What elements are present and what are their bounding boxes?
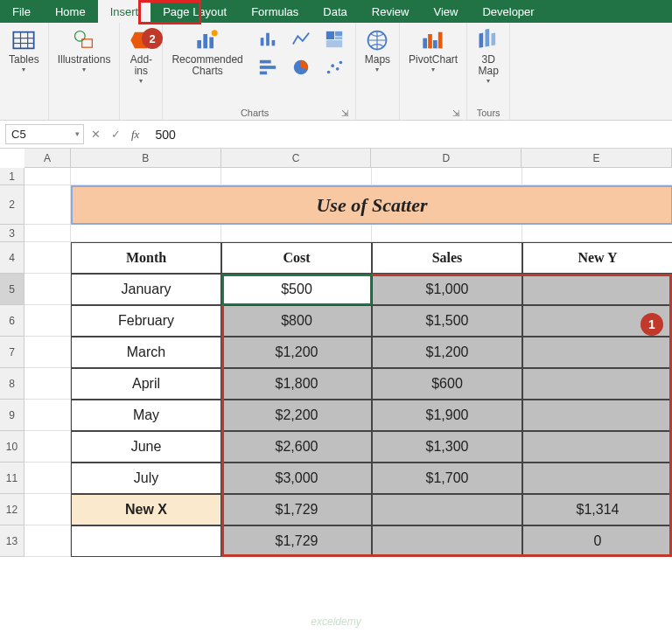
bar-chart-button[interactable] <box>252 54 284 80</box>
cell-month[interactable]: May <box>71 400 221 431</box>
cell-newx-label[interactable]: New X <box>71 494 221 525</box>
cell-sales[interactable]: $1,700 <box>372 463 522 494</box>
tab-view[interactable]: View <box>421 0 470 23</box>
chevron-down-icon: ▾ <box>375 66 379 73</box>
tab-data[interactable]: Data <box>311 0 359 23</box>
tab-home[interactable]: Home <box>43 0 98 23</box>
cell-newx-cost[interactable]: $1,729 <box>221 494 372 525</box>
column-chart-button[interactable] <box>252 26 284 52</box>
row-header[interactable]: 4 <box>0 242 24 274</box>
row-header[interactable]: 12 <box>0 494 24 525</box>
cell-month[interactable]: April <box>71 368 221 400</box>
pie-chart-button[interactable] <box>285 54 317 80</box>
cell-cost[interactable]: $1,200 <box>221 337 372 368</box>
cell-cost[interactable]: $2,200 <box>221 400 372 431</box>
cell-month[interactable]: March <box>71 337 221 368</box>
pivotchart-button[interactable]: PivotChart ▾ <box>405 26 461 75</box>
treemap-chart-button[interactable] <box>318 26 350 52</box>
header-month[interactable]: Month <box>71 242 221 274</box>
cancel-icon[interactable]: ✕ <box>91 128 101 141</box>
3dmap-button[interactable]: 3D Map ▾ <box>472 26 504 87</box>
header-newy[interactable]: New Y <box>522 242 672 274</box>
tab-formulas[interactable]: Formulas <box>239 0 311 23</box>
cell-newy[interactable] <box>522 400 672 431</box>
svg-rect-19 <box>260 66 276 69</box>
illustrations-button[interactable]: Illustrations ▾ <box>54 26 115 75</box>
cell-sales[interactable]: $1,200 <box>372 337 522 368</box>
cell-sales[interactable]: $600 <box>372 368 522 400</box>
row-header[interactable]: 5 <box>0 274 24 305</box>
recommended-charts-button[interactable]: Recommended Charts <box>168 26 246 79</box>
cell-newy[interactable] <box>522 431 672 463</box>
fx-icon[interactable]: fx <box>131 128 139 142</box>
formula-bar: C5 ✕ ✓ fx 500 <box>0 121 672 149</box>
cell-last-newy[interactable]: 0 <box>522 525 672 557</box>
cell-cost[interactable]: $1,800 <box>221 368 372 400</box>
cell-newy[interactable] <box>522 337 672 368</box>
svg-point-22 <box>327 71 331 74</box>
line-chart-button[interactable] <box>285 26 317 52</box>
header-sales[interactable]: Sales <box>372 242 522 274</box>
cell-newx-newy[interactable]: $1,314 <box>522 494 672 525</box>
shapes-icon <box>72 28 96 52</box>
pivotchart-dialog-launcher[interactable]: ⇲ <box>452 108 459 118</box>
cell-cost[interactable]: $3,000 <box>221 463 372 494</box>
cell-month[interactable]: June <box>71 431 221 463</box>
row-header[interactable]: 9 <box>0 400 24 431</box>
cell-newx-sales[interactable] <box>372 494 522 525</box>
charts-dialog-launcher[interactable]: ⇲ <box>341 108 348 118</box>
maps-button[interactable]: Maps ▾ <box>361 26 394 75</box>
row-header[interactable]: 3 <box>0 225 24 242</box>
cell-month[interactable]: July <box>71 463 221 494</box>
cell-newy[interactable] <box>522 274 672 305</box>
tab-pagelayout[interactable]: Page Layout <box>150 0 239 23</box>
row-header[interactable]: 7 <box>0 337 24 368</box>
table-icon <box>11 28 36 52</box>
group-pivotchart: PivotChart ▾ ⇲ <box>400 23 467 120</box>
cell-last-sales[interactable] <box>372 525 522 557</box>
tab-insert[interactable]: Insert <box>98 0 151 23</box>
addins-label: Add- ins <box>130 54 152 77</box>
row-header[interactable]: 8 <box>0 368 24 400</box>
cell-month[interactable]: January <box>71 274 221 305</box>
cell-sales[interactable]: $1,900 <box>372 400 522 431</box>
cell-cost[interactable]: $500 <box>221 274 372 305</box>
cell-month[interactable]: February <box>71 305 221 337</box>
svg-rect-31 <box>480 33 484 48</box>
row-header[interactable]: 10 <box>0 431 24 463</box>
cell-sales[interactable]: $1,300 <box>372 431 522 463</box>
cell-last-month[interactable] <box>71 525 221 557</box>
cell-cost[interactable]: $800 <box>221 305 372 337</box>
formula-input[interactable]: 500 <box>148 125 672 144</box>
svg-rect-17 <box>326 40 342 47</box>
col-header-e[interactable]: E <box>522 149 672 167</box>
tab-review[interactable]: Review <box>360 0 422 23</box>
cell-sales[interactable]: $1,000 <box>372 274 522 305</box>
tab-file[interactable]: File <box>0 0 43 23</box>
tab-developer[interactable]: Developer <box>470 0 546 23</box>
row-header[interactable]: 2 <box>0 185 24 225</box>
header-cost[interactable]: Cost <box>221 242 372 274</box>
svg-rect-9 <box>209 38 214 49</box>
row-header[interactable]: 11 <box>0 463 24 494</box>
cell-newy[interactable] <box>522 368 672 400</box>
scatter-chart-button[interactable] <box>318 54 350 80</box>
tables-button[interactable]: Tables ▾ <box>5 26 43 75</box>
col-header-d[interactable]: D <box>371 149 522 167</box>
row-header[interactable]: 1 <box>0 168 24 185</box>
name-box[interactable]: C5 <box>5 124 84 144</box>
svg-rect-30 <box>438 32 443 49</box>
row-header[interactable]: 6 <box>0 305 24 337</box>
col-header-b[interactable]: B <box>71 149 221 167</box>
enter-icon[interactable]: ✓ <box>111 128 121 141</box>
cell-newy[interactable] <box>522 463 672 494</box>
cell-last-cost[interactable]: $1,729 <box>221 525 372 557</box>
col-header-a[interactable]: A <box>24 149 71 167</box>
cell-cost[interactable]: $2,600 <box>221 431 372 463</box>
title-cell[interactable]: Use of Scatter <box>71 185 672 225</box>
spreadsheet-grid[interactable]: Use of Scatter Month Cost Sales New Y Ja… <box>24 168 672 557</box>
3dmap-icon <box>476 28 500 52</box>
row-header[interactable]: 13 <box>0 525 24 557</box>
col-header-c[interactable]: C <box>221 149 372 167</box>
cell-sales[interactable]: $1,500 <box>372 305 522 337</box>
